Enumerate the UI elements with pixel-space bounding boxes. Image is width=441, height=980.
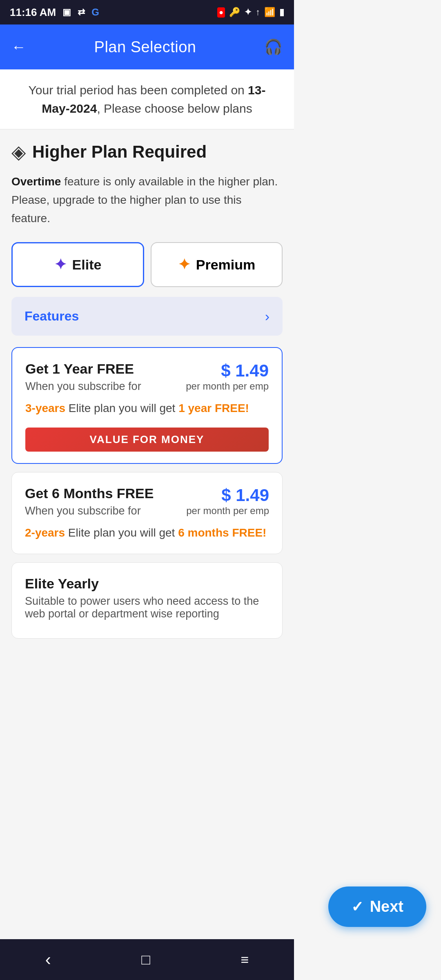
chevron-right-icon: › <box>265 308 270 324</box>
plan-3year-desc-mid: Elite plan you will get <box>65 402 178 414</box>
plan-yearly-subtitle: Suitable to power users who need access … <box>25 595 269 620</box>
tab-elite[interactable]: ✦ Elite <box>11 242 144 287</box>
plan-card-2year-header: Get 6 Months FREE When you subscribe for… <box>25 486 269 517</box>
cast-icon: ⇄ <box>78 7 85 18</box>
higher-plan-description: Overtime feature is only available in th… <box>11 173 283 227</box>
plan-card-3year-header: Get 1 Year FREE When you subscribe for $… <box>25 361 269 393</box>
plan-3year-title: Get 1 Year FREE <box>25 361 141 377</box>
google-icon: G <box>91 7 99 18</box>
plan-card-3year-right: $ 1.49 per month per emp <box>186 361 269 392</box>
home-nav-icon[interactable]: □ <box>141 951 150 968</box>
plan-card-3year-left: Get 1 Year FREE When you subscribe for <box>25 361 141 393</box>
key-icon: 🔑 <box>229 7 240 18</box>
signal-icon: ↑ <box>256 7 260 18</box>
plan-card-2year[interactable]: Get 6 Months FREE When you subscribe for… <box>11 472 283 554</box>
headset-icon[interactable]: 🎧 <box>264 38 283 56</box>
elite-icon: ✦ <box>54 256 67 273</box>
tab-elite-label: Elite <box>72 257 102 273</box>
battery-icon: ▮ <box>279 7 284 18</box>
tab-premium[interactable]: ✦ Premium <box>151 242 283 287</box>
page-title: Plan Selection <box>94 38 196 56</box>
plan-2year-price: $ 1.49 <box>186 486 269 505</box>
time-label: 11:16 AM <box>10 6 56 19</box>
plan-card-2year-left: Get 6 Months FREE When you subscribe for <box>25 486 154 517</box>
tab-premium-label: Premium <box>196 257 256 273</box>
trial-text-2: , Please choose below plans <box>97 102 252 115</box>
back-nav-icon[interactable]: ‹ <box>45 950 51 969</box>
bottom-nav: ‹ □ ≡ <box>0 939 294 980</box>
back-button[interactable]: ← <box>11 38 26 56</box>
video-icon: ▣ <box>62 7 71 18</box>
bluetooth-icon: ✦ <box>244 7 252 18</box>
plan-3year-subtitle: When you subscribe for <box>25 380 141 393</box>
plan-2year-price-unit: per month per emp <box>186 505 269 517</box>
status-left: 11:16 AM ▣ ⇄ G <box>10 6 99 19</box>
value-for-money-badge: VALUE FOR MONEY <box>25 428 269 452</box>
plan-3year-free: 1 year FREE! <box>178 402 249 414</box>
plan-tabs: ✦ Elite ✦ Premium <box>11 242 283 287</box>
plan-card-yearly-left: Elite Yearly Suitable to power users who… <box>25 576 269 620</box>
diamond-icon: ◈ <box>11 141 26 163</box>
menu-nav-icon[interactable]: ≡ <box>241 952 249 968</box>
status-bar: 11:16 AM ▣ ⇄ G ● 🔑 ✦ ↑ 📶 ▮ <box>0 0 294 24</box>
trial-banner: Your trial period has been completed on … <box>0 69 294 129</box>
plan-3year-price-unit: per month per emp <box>186 381 269 392</box>
plan-2year-free: 6 months FREE! <box>178 526 266 539</box>
higher-plan-title: Higher Plan Required <box>32 142 207 162</box>
features-button[interactable]: Features › <box>11 297 283 336</box>
overtime-label: Overtime <box>11 175 61 188</box>
features-label: Features <box>24 309 79 324</box>
main-content: ◈ Higher Plan Required Overtime feature … <box>0 129 294 658</box>
record-icon: ● <box>217 7 225 18</box>
plan-card-yearly-header: Elite Yearly Suitable to power users who… <box>25 576 269 620</box>
plan-3year-desc: 3-years Elite plan you will get 1 year F… <box>25 399 269 418</box>
toolbar: ← Plan Selection 🎧 <box>0 24 294 69</box>
higher-plan-header: ◈ Higher Plan Required <box>11 141 283 163</box>
plan-2year-years: 2-years <box>25 526 65 539</box>
plan-yearly-title: Elite Yearly <box>25 576 269 592</box>
plan-3year-price: $ 1.49 <box>186 361 269 381</box>
wifi-icon: 📶 <box>264 7 275 18</box>
trial-text-1: Your trial period has been completed on <box>29 83 248 97</box>
status-right: ● 🔑 ✦ ↑ 📶 ▮ <box>217 7 284 18</box>
plan-3year-years: 3-years <box>25 402 65 414</box>
plan-2year-title: Get 6 Months FREE <box>25 486 154 501</box>
plan-2year-desc-mid: Elite plan you will get <box>65 526 178 539</box>
plan-card-yearly[interactable]: Elite Yearly Suitable to power users who… <box>11 562 283 639</box>
plan-2year-subtitle: When you subscribe for <box>25 505 154 517</box>
plan-card-3year[interactable]: Get 1 Year FREE When you subscribe for $… <box>11 347 283 464</box>
plan-2year-desc: 2-years Elite plan you will get 6 months… <box>25 524 269 542</box>
premium-icon: ✦ <box>178 256 190 273</box>
plan-card-2year-right: $ 1.49 per month per emp <box>186 486 269 517</box>
